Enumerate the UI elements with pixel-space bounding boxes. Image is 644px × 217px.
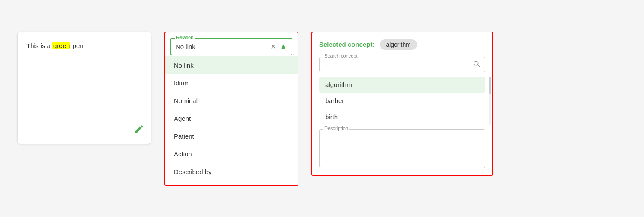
description-label: Description — [323, 126, 349, 131]
concepts-container: algorithm barber birth — [319, 77, 485, 125]
text-after: pen — [70, 42, 83, 49]
search-concept-input[interactable] — [324, 61, 473, 68]
dropdown-item-action[interactable]: Action — [165, 145, 298, 163]
relation-panel: Relation ✕ ▲ No link Idiom Nominal Agent… — [164, 32, 298, 186]
svg-rect-0 — [135, 132, 138, 133]
selected-concept-label: Selected concept: — [319, 41, 375, 48]
search-concept-field[interactable]: Search concept — [319, 57, 485, 72]
concept-item-birth[interactable]: birth — [319, 109, 485, 125]
description-field[interactable]: Description — [319, 129, 485, 168]
main-container: This is a green pen Relation ✕ ▲ No link… — [0, 23, 644, 194]
sentence-text: This is a green pen — [26, 41, 142, 51]
search-concept-label: Search concept — [323, 53, 359, 58]
clear-button[interactable]: ✕ — [270, 42, 276, 51]
dropdown-item-patient[interactable]: Patient — [165, 127, 298, 145]
relation-label: Relation — [175, 35, 195, 40]
scrollbar-track — [489, 77, 491, 125]
text-before: This is a — [26, 42, 52, 49]
search-icon — [473, 60, 481, 69]
concept-item-algorithm[interactable]: algorithm — [319, 77, 485, 93]
scrollbar-thumb[interactable] — [489, 77, 491, 94]
dropdown-item-idiom[interactable]: Idiom — [165, 74, 298, 92]
highlighted-word: green — [52, 42, 70, 49]
relation-field[interactable]: Relation ✕ ▲ — [170, 38, 292, 55]
dropdown-item-agent[interactable]: Agent — [165, 110, 298, 127]
dropdown-item-no-link[interactable]: No link — [165, 56, 298, 74]
right-panel: Selected concept: algorithm Search conce… — [311, 32, 493, 176]
dropdown-item-nominal[interactable]: Nominal — [165, 92, 298, 110]
concept-item-barber[interactable]: barber — [319, 93, 485, 109]
selected-concept-row: Selected concept: algorithm — [319, 39, 485, 50]
relation-input[interactable] — [176, 43, 270, 50]
concept-list: algorithm barber birth — [319, 77, 485, 125]
text-panel: This is a green pen — [17, 32, 151, 144]
relation-icons: ✕ ▲ — [270, 42, 287, 51]
highlighter-icon — [134, 124, 144, 137]
svg-line-2 — [478, 65, 480, 66]
concept-chip: algorithm — [380, 39, 417, 50]
dropdown-item-described-by[interactable]: Described by — [165, 163, 298, 181]
dropdown-list: No link Idiom Nominal Agent Patient Acti… — [165, 56, 298, 181]
chevron-up-button[interactable]: ▲ — [279, 42, 287, 51]
